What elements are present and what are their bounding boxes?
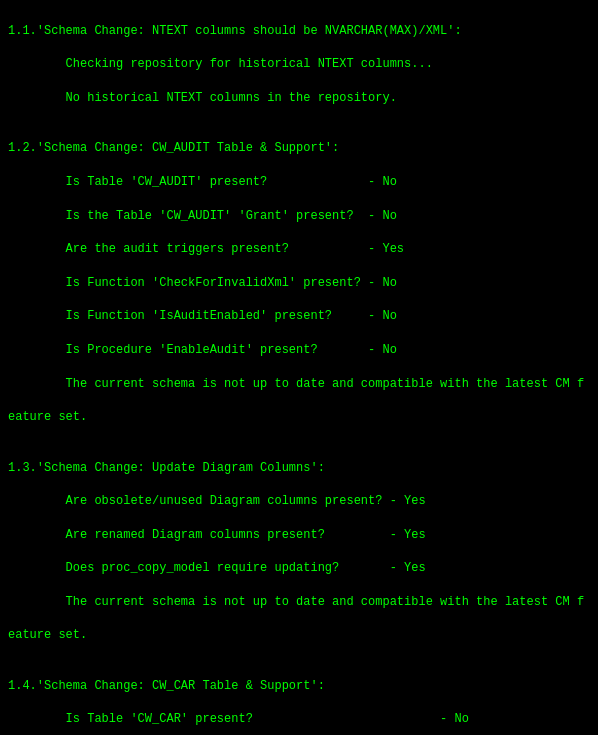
terminal-line-22: Is Table 'CW_CAR' present? - No (8, 711, 590, 728)
terminal-line-4: 1.2.'Schema Change: CW_AUDIT Table & Sup… (8, 140, 590, 157)
terminal-line-8: Is Function 'CheckForInvalidXml' present… (8, 275, 590, 292)
terminal-line-5: Is Table 'CW_AUDIT' present? - No (8, 174, 590, 191)
terminal-line-21: 1.4.'Schema Change: CW_CAR Table & Suppo… (8, 678, 590, 695)
terminal-line-19: eature set. (8, 627, 590, 644)
terminal-line-18: The current schema is not up to date and… (8, 594, 590, 611)
terminal-line-1: Checking repository for historical NTEXT… (8, 56, 590, 73)
terminal-line-14: 1.3.'Schema Change: Update Diagram Colum… (8, 460, 590, 477)
terminal-line-15: Are obsolete/unused Diagram columns pres… (8, 493, 590, 510)
terminal-line-6: Is the Table 'CW_AUDIT' 'Grant' present?… (8, 208, 590, 225)
terminal-line-7: Are the audit triggers present? - Yes (8, 241, 590, 258)
terminal-line-17: Does proc_copy_model require updating? -… (8, 560, 590, 577)
terminal-line-11: The current schema is not up to date and… (8, 376, 590, 393)
terminal-line-10: Is Procedure 'EnableAudit' present? - No (8, 342, 590, 359)
terminal-line-9: Is Function 'IsAuditEnabled' present? - … (8, 308, 590, 325)
terminal-line-0: 1.1.'Schema Change: NTEXT columns should… (8, 23, 590, 40)
terminal-window: 1.1.'Schema Change: NTEXT columns should… (0, 0, 598, 735)
terminal-line-16: Are renamed Diagram columns present? - Y… (8, 527, 590, 544)
terminal-line-2: No historical NTEXT columns in the repos… (8, 90, 590, 107)
terminal-line-12: eature set. (8, 409, 590, 426)
